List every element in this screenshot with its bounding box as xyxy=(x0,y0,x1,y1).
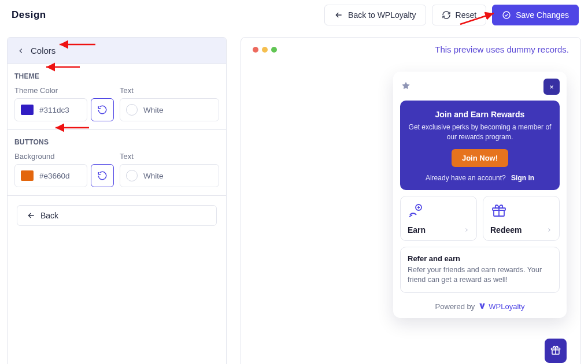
theme-color-value: #311dc3 xyxy=(39,106,69,114)
button-text-swatch xyxy=(126,170,138,181)
hero-subtitle: Get exclusive perks by becoming a member… xyxy=(408,122,552,142)
undo-icon xyxy=(97,105,108,115)
earn-tile[interactable]: Earn xyxy=(400,196,477,241)
back-to-wployalty-button[interactable]: Back to WPLoyalty xyxy=(324,5,426,25)
panel-header[interactable]: Colors xyxy=(8,38,226,64)
theme-section-label: THEME xyxy=(8,64,226,81)
earn-icon xyxy=(408,203,425,218)
close-icon: × xyxy=(549,83,554,91)
powered-prefix: Powered by xyxy=(435,302,475,311)
refer-card[interactable]: Refer and earn Refer your friends and ea… xyxy=(400,247,560,293)
buttons-section-label: BUTTONS xyxy=(8,130,226,147)
widget-hero: Join and Earn Rewards Get exclusive perk… xyxy=(400,101,560,190)
wployalty-logo-icon xyxy=(478,302,486,310)
back-label: Back xyxy=(40,211,58,220)
theme-color-input[interactable]: #311dc3 xyxy=(14,98,87,121)
signin-link[interactable]: Sign in xyxy=(511,174,534,182)
button-bg-swatch xyxy=(21,170,34,181)
signin-prompt: Already have an account? xyxy=(426,174,506,182)
widget-close-button[interactable]: × xyxy=(543,79,560,95)
button-text-value: White xyxy=(143,172,164,180)
panel-title: Colors xyxy=(31,46,56,55)
earn-label: Earn xyxy=(408,225,426,235)
reset-button[interactable]: Reset xyxy=(432,5,487,25)
redeem-label: Redeem xyxy=(490,225,522,235)
button-bg-value: #e3660d xyxy=(39,172,70,180)
colors-panel: Colors THEME Theme Color #311dc3 Text xyxy=(7,37,227,364)
gift-icon xyxy=(490,203,508,218)
chevron-right-icon xyxy=(546,227,552,233)
arrow-left-icon xyxy=(334,10,343,20)
hero-title: Join and Earn Rewards xyxy=(408,110,552,119)
back-button[interactable]: Back xyxy=(17,205,217,226)
widget-logo-icon xyxy=(400,81,412,92)
svg-point-0 xyxy=(503,12,510,18)
preview-note: This preview uses dummy records. xyxy=(435,44,569,54)
theme-text-swatch xyxy=(126,104,138,116)
chevron-left-icon xyxy=(17,47,25,55)
theme-text-input[interactable]: White xyxy=(120,98,219,121)
loyalty-widget: × Join and Earn Rewards Get exclusive pe… xyxy=(393,72,567,318)
theme-color-swatch xyxy=(21,105,34,115)
save-changes-label: Save Changes xyxy=(516,10,569,20)
button-text-input[interactable]: White xyxy=(120,164,219,187)
undo-icon xyxy=(97,170,108,181)
chevron-right-icon xyxy=(464,227,469,233)
button-text-field-label: Text xyxy=(120,152,219,161)
back-to-wployalty-label: Back to WPLoyalty xyxy=(348,10,416,20)
refer-title: Refer and earn xyxy=(408,254,552,263)
check-circle-icon xyxy=(502,10,511,20)
theme-color-reset-button[interactable] xyxy=(91,98,114,121)
preview-frame: This preview uses dummy records. × Join … xyxy=(241,37,581,364)
button-bg-field-label: Background xyxy=(14,152,114,161)
refresh-icon xyxy=(442,10,451,20)
save-changes-button[interactable]: Save Changes xyxy=(492,5,579,25)
divider xyxy=(8,195,226,196)
theme-text-value: White xyxy=(143,106,164,114)
widget-launcher-button[interactable] xyxy=(545,339,567,363)
traffic-max-icon xyxy=(271,47,277,53)
theme-text-field-label: Text xyxy=(120,86,219,95)
powered-brand: WPLoyalty xyxy=(489,302,524,311)
redeem-tile[interactable]: Redeem xyxy=(483,196,560,241)
theme-color-field-label: Theme Color xyxy=(14,86,114,95)
arrow-left-icon xyxy=(27,211,36,220)
gift-icon xyxy=(550,346,561,356)
join-now-button[interactable]: Join Now! xyxy=(452,149,508,167)
traffic-close-icon xyxy=(253,47,258,53)
button-bg-input[interactable]: #e3660d xyxy=(14,164,87,187)
window-traffic-lights xyxy=(253,47,277,53)
powered-by: Powered by WPLoyalty xyxy=(400,302,560,311)
page-title: Design xyxy=(12,9,46,21)
traffic-min-icon xyxy=(262,47,268,53)
button-bg-reset-button[interactable] xyxy=(91,164,114,187)
refer-subtitle: Refer your friends and earn rewards. You… xyxy=(408,265,552,285)
reset-label: Reset xyxy=(456,10,477,20)
